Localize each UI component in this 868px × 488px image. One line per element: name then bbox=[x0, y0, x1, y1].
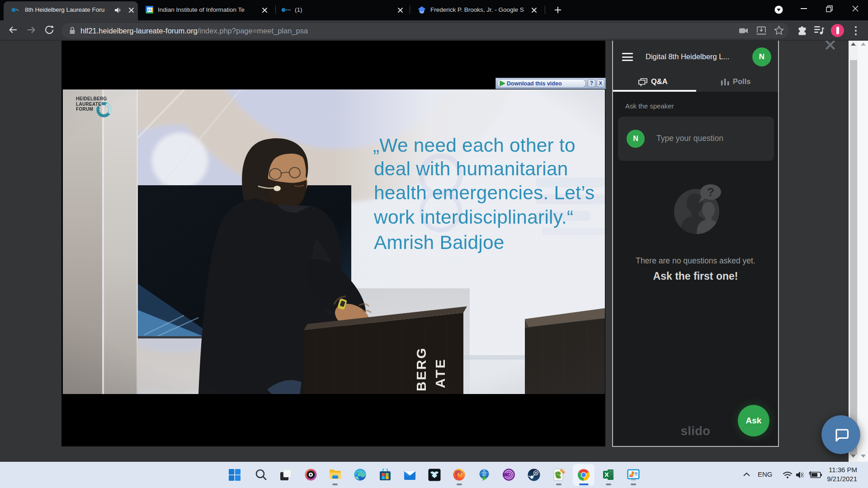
svg-text:?: ? bbox=[707, 185, 714, 199]
svg-text:21: 21 bbox=[147, 8, 151, 12]
